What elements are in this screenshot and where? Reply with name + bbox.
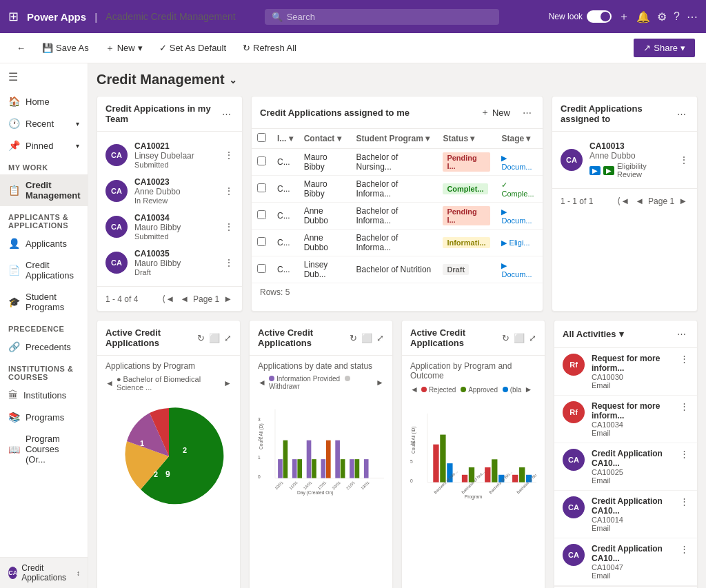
assigned-me-more-button[interactable]: ⋯	[520, 106, 534, 119]
svg-text:Day (Created On): Day (Created On)	[297, 490, 333, 496]
activity-item[interactable]: CA Credit Application CA10... CA10047 Em…	[554, 538, 697, 586]
activity-more-button[interactable]: ⋮	[680, 544, 689, 554]
list-item[interactable]: CA CA10013 Anne Dubbo ▶ ▶ Eligibility Re…	[552, 137, 697, 183]
help-icon[interactable]: ?	[674, 10, 680, 23]
hamburger-button[interactable]: ☰	[0, 63, 88, 90]
outcome-refresh-button[interactable]: ↻	[502, 333, 510, 343]
bar-refresh-button[interactable]: ↻	[350, 333, 357, 343]
bar-outcome-container: Application by Program and Outcome ◄ Rej…	[402, 356, 545, 514]
app-grid-icon[interactable]: ⊞	[8, 9, 19, 24]
bell-icon[interactable]: 🔔	[636, 10, 650, 23]
set-default-button[interactable]: ✓ Set As Default	[154, 40, 232, 56]
prev-page-button[interactable]: ◄	[179, 292, 190, 305]
add-icon[interactable]: ＋	[618, 10, 629, 24]
first-page-button[interactable]: ⟨◄	[161, 292, 176, 305]
row-checkbox[interactable]	[257, 237, 266, 246]
row-checkbox[interactable]	[257, 183, 266, 192]
new-look-toggle[interactable]	[587, 10, 612, 23]
list-item[interactable]: CA CA10021 Linsey Dubelaar Submitted ⋮	[97, 137, 242, 173]
assigned-to-more-button[interactable]: ⋯	[674, 108, 689, 121]
row-status: Pending I...	[437, 149, 496, 176]
new-look-label: New look	[549, 10, 612, 23]
activity-item[interactable]: Rf Request for more inform... CA10030 Em…	[554, 348, 697, 396]
item-more-button[interactable]: ⋮	[224, 150, 234, 161]
bar-prev-button[interactable]: ◄	[258, 378, 266, 387]
svg-rect-45	[512, 475, 518, 483]
row-checkbox[interactable]	[257, 264, 266, 273]
more-icon[interactable]: ⋯	[687, 10, 698, 23]
table-row[interactable]: C... Linsey Dub... Bachelor of Nutrition…	[252, 256, 543, 283]
activity-more-button[interactable]: ⋮	[680, 449, 689, 459]
sidebar-item-home[interactable]: 🏠 Home	[0, 90, 88, 112]
pie-prev-button[interactable]: ◄	[105, 378, 114, 388]
table-row[interactable]: C... Mauro Bibby Bachelor of Informa... …	[252, 176, 543, 203]
activities-more-button[interactable]: ⋯	[674, 327, 689, 341]
table-row[interactable]: C... Mauro Bibby Bachelor of Nursing... …	[252, 149, 543, 176]
outcome-prev-button[interactable]: ◄	[410, 385, 418, 394]
share-chevron-icon: ▾	[680, 43, 685, 53]
sidebar-item-applicants[interactable]: 👤 Applicants	[0, 232, 88, 254]
sidebar-item-credit-applications[interactable]: 📄 Credit Applications	[0, 254, 88, 286]
item-more-button[interactable]: ⋮	[224, 185, 234, 196]
new-button[interactable]: ＋ New ▾	[100, 39, 148, 57]
select-all-checkbox[interactable]	[257, 133, 266, 142]
pinned-icon: 📌	[8, 140, 20, 151]
activity-more-button[interactable]: ⋮	[680, 401, 689, 412]
pie-next-button[interactable]: ►	[223, 378, 232, 388]
activity-more-button[interactable]: ⋮	[680, 496, 689, 507]
item-more-button[interactable]: ⋮	[224, 257, 234, 268]
sidebar-item-institutions[interactable]: 🏛 Institutions	[0, 384, 88, 406]
row-checkbox[interactable]	[257, 156, 266, 165]
next-page-button[interactable]: ►	[677, 194, 689, 207]
pie-expand-button[interactable]: ⤢	[224, 333, 232, 343]
assigned-new-button[interactable]: ＋ New	[475, 103, 516, 121]
search-input[interactable]	[287, 12, 492, 22]
bar-expand-button[interactable]: ⤢	[376, 333, 384, 343]
first-page-button[interactable]: ⟨◄	[616, 194, 631, 207]
sidebar-item-precedents[interactable]: 🔗 Precedents	[0, 336, 88, 358]
col-id[interactable]: I... ▾	[272, 129, 299, 149]
bar-next-button[interactable]: ►	[376, 378, 384, 387]
team-card-more-button[interactable]: ⋯	[219, 108, 234, 121]
sidebar-item-programs[interactable]: 📚 Programs	[0, 406, 88, 428]
table-row[interactable]: C... Anne Dubbo Bachelor of Informa... P…	[252, 203, 543, 230]
refresh-button[interactable]: ↻ Refresh All	[237, 40, 302, 56]
table-row[interactable]: C... Anne Dubbo Bachelor of Informa... I…	[252, 230, 543, 256]
sidebar-item-student-programs[interactable]: 🎓 Student Programs	[0, 286, 88, 318]
col-program[interactable]: Student Program ▾	[351, 129, 438, 149]
activity-item[interactable]: Rf Request for more inform... CA10034 Em…	[554, 396, 697, 443]
next-page-button[interactable]: ►	[222, 292, 234, 305]
search-bar[interactable]: 🔍	[265, 9, 499, 25]
activities-chevron-icon[interactable]: ▾	[619, 329, 624, 339]
item-more-button[interactable]: ⋮	[679, 154, 689, 165]
sidebar-item-pinned[interactable]: 📌 Pinned ▾	[0, 134, 88, 156]
outcome-next-button[interactable]: ►	[524, 385, 532, 394]
activity-item[interactable]: CA Credit Application CA10... CA10014 Em…	[554, 491, 697, 538]
settings-icon[interactable]: ⚙	[657, 10, 667, 23]
list-item[interactable]: CA CA10023 Anne Dubbo In Review ⋮	[97, 173, 242, 209]
row-checkbox[interactable]	[257, 210, 266, 219]
outcome-export-button[interactable]: ⬜	[514, 333, 525, 343]
list-item[interactable]: CA CA10034 Mauro Bibby Submitted ⋮	[97, 209, 242, 245]
sidebar-item-program-courses[interactable]: 📖 Program Courses (Or...	[0, 428, 88, 470]
save-as-button[interactable]: 💾 Save As	[37, 40, 94, 56]
bar-export-button[interactable]: ⬜	[361, 333, 372, 343]
col-status[interactable]: Status ▾	[437, 129, 496, 149]
share-button[interactable]: ↗ Share ▾	[634, 39, 695, 57]
activity-item[interactable]: CA Credit Application CA10... CA10025 Em…	[554, 443, 697, 491]
col-contact[interactable]: Contact ▾	[299, 129, 351, 149]
sidebar-bottom-credit-apps[interactable]: CA Credit Applications ↕	[0, 557, 88, 588]
item-more-button[interactable]: ⋮	[224, 221, 234, 232]
activity-more-button[interactable]: ⋮	[680, 354, 689, 364]
sidebar-item-credit-management[interactable]: 📋 Credit Management	[0, 174, 88, 206]
page-title-chevron-icon[interactable]: ⌄	[229, 74, 237, 85]
outcome-expand-button[interactable]: ⤢	[529, 333, 536, 343]
pie-refresh-button[interactable]: ↻	[197, 333, 205, 343]
back-button[interactable]: ←	[11, 40, 31, 56]
bar-legend: Information Provided Withdrawr	[269, 375, 373, 390]
prev-page-button[interactable]: ◄	[634, 194, 645, 207]
pie-export-button[interactable]: ⬜	[209, 333, 220, 343]
list-item[interactable]: CA CA10035 Mauro Bibby Draft ⋮	[97, 245, 242, 281]
col-stage[interactable]: Stage ▾	[496, 129, 543, 149]
sidebar-item-recent[interactable]: 🕐 Recent ▾	[0, 112, 88, 134]
